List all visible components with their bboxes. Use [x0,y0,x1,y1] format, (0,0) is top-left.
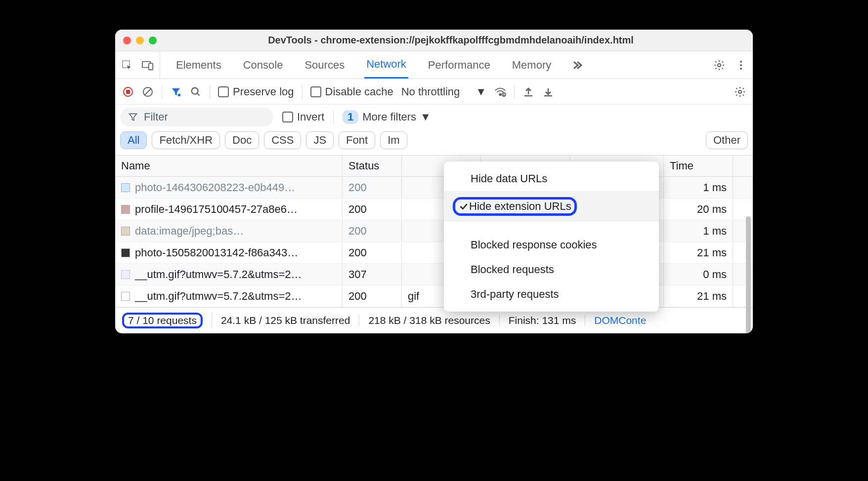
device-toolbar-icon[interactable] [142,59,154,71]
tab-console[interactable]: Console [241,51,285,79]
download-icon[interactable] [542,86,554,98]
chip-fetch-xhr[interactable]: Fetch/XHR [152,131,220,149]
chip-font[interactable]: Font [339,131,375,149]
filter-row: Filter Invert 1 More filters ▼ [115,105,753,129]
maximize-window-button[interactable] [149,37,157,44]
separator [302,85,303,99]
svg-point-14 [499,93,501,95]
svg-rect-2 [149,63,153,70]
chip-img[interactable]: Im [380,131,407,149]
row-status: 200 [343,177,402,198]
more-filters-label: More filters [362,111,416,123]
blocked-requests-option[interactable]: Blocked requests [444,257,659,282]
file-icon [121,227,130,236]
file-icon [121,248,130,257]
main-tabs-row: Elements Console Sources Network Perform… [115,51,753,79]
tab-network[interactable]: Network [364,51,408,79]
disable-cache-label: Disable cache [325,85,393,98]
option-label: Blocked response cookies [471,239,597,251]
row-name: data:image/jpeg;bas… [135,225,244,238]
row-time: 20 ms [664,199,733,220]
row-status: 200 [343,286,402,307]
disable-cache-checkbox[interactable]: Disable cache [310,85,393,98]
more-filters-popup: Hide data URLs Hide extension URLs Block… [444,161,659,312]
filter-placeholder: Filter [144,111,168,123]
chip-js[interactable]: JS [306,131,334,149]
option-label: 3rd-party requests [471,288,559,301]
more-icon[interactable] [735,59,747,71]
chevron-down-icon: ▼ [420,111,431,123]
col-status[interactable]: Status [343,156,402,176]
more-tabs-icon[interactable] [571,59,583,71]
svg-point-16 [738,90,741,93]
tab-sources[interactable]: Sources [303,51,347,79]
search-icon[interactable] [190,86,202,98]
upload-icon[interactable] [522,86,534,98]
row-time: 1 ms [664,177,733,198]
blocked-cookies-option[interactable]: Blocked response cookies [444,233,659,257]
invert-checkbox[interactable]: Invert [282,111,324,123]
finish-text: Finish: 131 ms [500,315,586,326]
option-label: Hide extension URLs [469,200,571,213]
throttling-select[interactable]: No throttling ▼ [401,85,486,98]
row-name: __utm.gif?utmwv=5.7.2&utms=2… [135,290,302,303]
row-name: __utm.gif?utmwv=5.7.2&utms=2… [135,268,302,281]
more-filters-button[interactable]: 1 More filters ▼ [343,110,431,124]
tab-elements[interactable]: Elements [174,51,223,79]
network-toolbar: Preserve log Disable cache No throttling… [115,79,753,105]
col-time[interactable]: Time [664,156,733,176]
third-party-option[interactable]: 3rd-party requests [444,282,659,307]
svg-point-11 [178,93,181,96]
invert-label: Invert [297,111,324,123]
separator [514,85,515,99]
titlebar: DevTools - chrome-extension://pejkokffka… [115,30,753,51]
network-conditions-icon[interactable] [494,86,506,98]
row-name: profile-1496175100457-27a8e6… [135,203,298,216]
tab-memory[interactable]: Memory [510,51,553,79]
row-status: 200 [343,242,402,263]
file-icon [121,270,130,279]
traffic-lights [123,37,157,44]
row-status: 200 [343,221,402,241]
check-icon [458,201,469,212]
close-window-button[interactable] [123,37,131,44]
panel-settings-icon[interactable] [734,86,746,98]
status-bar: 7 / 10 requests 24.1 kB / 125 kB transfe… [115,307,753,333]
svg-point-4 [740,61,742,63]
chip-all[interactable]: All [120,131,147,149]
chevron-down-icon: ▼ [476,85,486,98]
filter-toggle-icon[interactable] [170,86,182,98]
hide-data-urls-option[interactable]: Hide data URLs [444,166,659,191]
option-label: Hide data URLs [471,172,547,185]
chip-other[interactable]: Other [706,131,748,149]
file-icon [121,205,130,214]
settings-icon[interactable] [713,59,725,71]
scrollbar[interactable] [746,216,751,333]
record-icon[interactable] [122,86,134,98]
tab-performance[interactable]: Performance [426,51,492,79]
clear-icon[interactable] [142,86,154,98]
separator [162,85,162,99]
svg-point-5 [740,64,742,66]
svg-point-3 [718,64,721,67]
inspect-icon[interactable] [121,59,133,71]
row-time: 0 ms [664,264,733,285]
requests-count: 7 / 10 requests [122,313,212,328]
chip-doc[interactable]: Doc [225,131,259,149]
devtools-window: DevTools - chrome-extension://pejkokffka… [115,30,753,333]
col-name[interactable]: Name [115,156,343,176]
hide-extension-urls-option[interactable]: Hide extension URLs [444,191,659,222]
row-name: photo-1505820013142-f86a343… [135,246,298,259]
window-title: DevTools - chrome-extension://pejkokffka… [157,35,745,46]
svg-line-13 [197,93,200,95]
separator [333,110,334,124]
preserve-log-checkbox[interactable]: Preserve log [218,85,294,98]
dom-content-loaded-text: DOMConte [585,315,655,326]
chip-css[interactable]: CSS [264,131,301,149]
filter-input[interactable]: Filter [120,108,273,126]
funnel-icon [127,111,139,123]
separator [210,85,210,99]
row-status: 307 [343,264,402,285]
row-status: 200 [343,199,402,220]
minimize-window-button[interactable] [136,37,144,44]
